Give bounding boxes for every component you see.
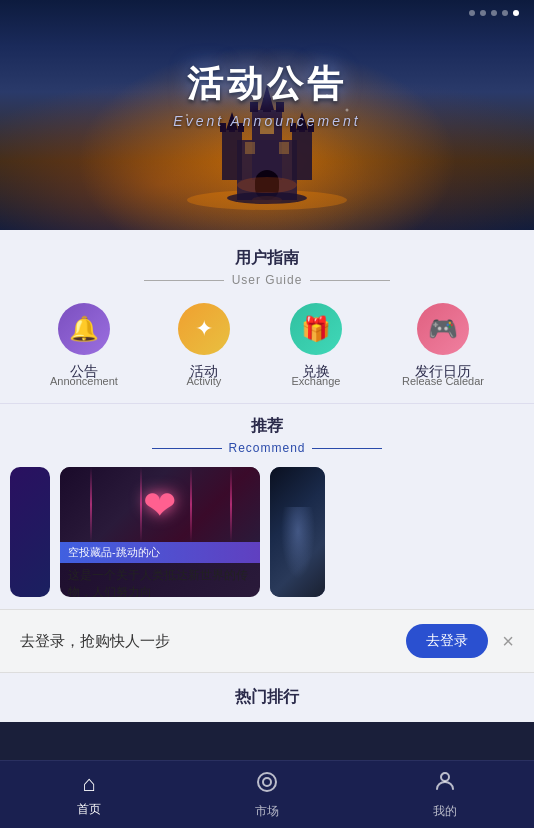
svg-rect-15 bbox=[245, 142, 255, 154]
dot-2 bbox=[480, 10, 486, 16]
card-image-area: 空投藏品-跳动的心 这是一个关于人类抵达新世界的传物，人们努力向 bbox=[60, 467, 260, 597]
login-prompt-text: 去登录，抢购快人一步 bbox=[20, 632, 170, 651]
svg-point-20 bbox=[237, 177, 297, 193]
dots-indicator bbox=[469, 10, 519, 16]
login-actions: 去登录 × bbox=[406, 624, 514, 658]
release-icon: 🎮 bbox=[428, 315, 458, 343]
recommend-title-en: Recommend bbox=[228, 441, 305, 455]
guide-item-release[interactable]: 🎮 发行日历 Release Caledar bbox=[402, 303, 484, 387]
svg-rect-7 bbox=[292, 130, 312, 180]
user-guide-section: 用户指南 User Guide 🔔 公告 Annoncement bbox=[0, 230, 534, 403]
svg-point-29 bbox=[263, 778, 271, 786]
login-banner: 去登录，抢购快人一步 去登录 × bbox=[0, 609, 534, 673]
dot-4 bbox=[502, 10, 508, 16]
profile-icon bbox=[433, 769, 457, 799]
recommend-line-right bbox=[312, 448, 382, 449]
profile-label: 我的 bbox=[433, 803, 457, 820]
svg-point-19 bbox=[227, 192, 307, 204]
card-main-nft[interactable]: 空投藏品-跳动的心 这是一个关于人类抵达新世界的传物，人们努力向 bbox=[60, 467, 260, 597]
user-guide-title-cn: 用户指南 bbox=[20, 248, 514, 269]
user-guide-title-en: User Guide bbox=[232, 273, 303, 287]
svg-point-30 bbox=[441, 773, 449, 781]
nav-item-market[interactable]: 市场 bbox=[178, 770, 356, 820]
card-tag: 空投藏品-跳动的心 bbox=[60, 542, 260, 563]
activity-label-en: Activity bbox=[187, 375, 222, 387]
guide-item-announcement[interactable]: 🔔 公告 Annoncement bbox=[50, 303, 118, 387]
release-labels: 发行日历 Release Caledar bbox=[402, 363, 484, 387]
dot-3 bbox=[491, 10, 497, 16]
hero-text: 活动公告 Event Announcement bbox=[0, 60, 534, 129]
svg-rect-6 bbox=[222, 130, 242, 180]
divider-right bbox=[310, 280, 390, 281]
exchange-labels: 兑换 Exchange bbox=[292, 363, 341, 387]
user-guide-header: 用户指南 User Guide bbox=[20, 248, 514, 287]
announcement-labels: 公告 Annoncement bbox=[50, 363, 118, 387]
card-right-partial[interactable] bbox=[270, 467, 325, 597]
exchange-icon: 🎁 bbox=[301, 315, 331, 343]
exchange-icon-circle: 🎁 bbox=[290, 303, 342, 355]
activity-icon-circle: ✦ bbox=[178, 303, 230, 355]
release-label-en: Release Caledar bbox=[402, 375, 484, 387]
announcement-icon-circle: 🔔 bbox=[58, 303, 110, 355]
hot-rankings-section: 热门排行 bbox=[0, 673, 534, 722]
svg-rect-16 bbox=[279, 142, 289, 154]
hot-rankings-title: 热门排行 bbox=[0, 687, 534, 708]
home-label: 首页 bbox=[77, 801, 101, 818]
bottom-nav-spacer bbox=[0, 722, 534, 760]
recommend-title-cn: 推荐 bbox=[20, 416, 514, 437]
release-icon-circle: 🎮 bbox=[417, 303, 469, 355]
divider-left bbox=[144, 280, 224, 281]
nav-item-profile[interactable]: 我的 bbox=[356, 769, 534, 820]
hero-banner: 活动公告 Event Announcement bbox=[0, 0, 534, 230]
neon-lines bbox=[60, 467, 260, 542]
user-guide-divider: User Guide bbox=[20, 273, 514, 287]
svg-rect-28 bbox=[258, 773, 276, 791]
guide-icons-row: 🔔 公告 Annoncement ✦ 活动 Activity bbox=[20, 303, 514, 387]
close-banner-button[interactable]: × bbox=[502, 631, 514, 651]
hero-title-en: Event Announcement bbox=[0, 113, 534, 129]
recommend-header: 推荐 Recommend bbox=[0, 416, 534, 455]
login-button[interactable]: 去登录 bbox=[406, 624, 488, 658]
scroll-content[interactable]: 活动公告 Event Announcement 用户指南 User Guide bbox=[0, 0, 534, 760]
activity-icon: ✦ bbox=[195, 316, 213, 342]
recommend-section: 推荐 Recommend bbox=[0, 403, 534, 609]
market-label: 市场 bbox=[255, 803, 279, 820]
guide-item-exchange[interactable]: 🎁 兑换 Exchange bbox=[290, 303, 342, 387]
activity-labels: 活动 Activity bbox=[187, 363, 222, 387]
card-partial-left[interactable] bbox=[10, 467, 50, 597]
guide-item-activity[interactable]: ✦ 活动 Activity bbox=[178, 303, 230, 387]
nav-item-home[interactable]: ⌂ 首页 bbox=[0, 771, 178, 818]
announcement-label-en: Annoncement bbox=[50, 375, 118, 387]
home-icon: ⌂ bbox=[82, 771, 95, 797]
card-desc: 这是一个关于人类抵达新世界的传物，人们努力向 bbox=[60, 563, 260, 597]
announcement-icon: 🔔 bbox=[69, 315, 99, 343]
nft-heart-image bbox=[60, 467, 260, 542]
exchange-label-en: Exchange bbox=[292, 375, 341, 387]
market-icon bbox=[255, 770, 279, 799]
dot-1 bbox=[469, 10, 475, 16]
bottom-nav: ⌂ 首页 市场 我的 bbox=[0, 760, 534, 828]
dot-5-active bbox=[513, 10, 519, 16]
hero-title-cn: 活动公告 bbox=[0, 60, 534, 109]
recommend-divider: Recommend bbox=[20, 441, 514, 455]
cards-scroll-area[interactable]: 空投藏品-跳动的心 这是一个关于人类抵达新世界的传物，人们努力向 bbox=[0, 467, 534, 609]
recommend-line-left bbox=[152, 448, 222, 449]
